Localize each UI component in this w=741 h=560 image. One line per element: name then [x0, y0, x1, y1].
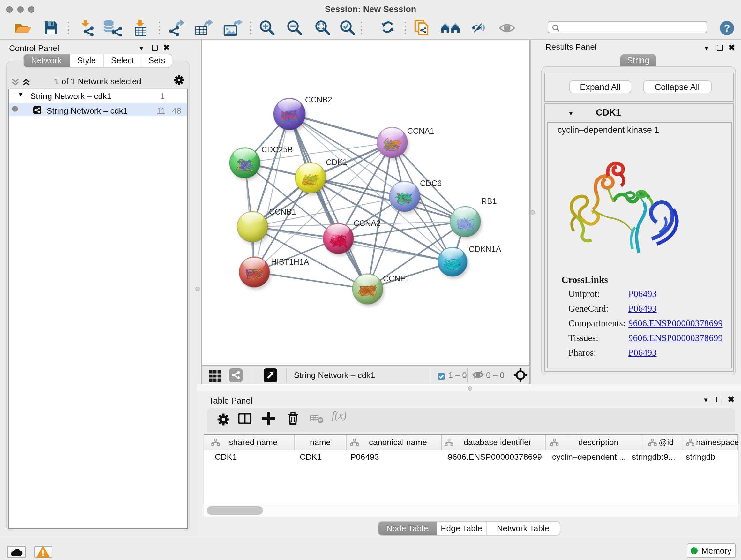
svg-text:CCNA1: CCNA1	[407, 126, 434, 135]
svg-text:?: ?	[724, 22, 730, 34]
svg-text:CDC25B: CDC25B	[261, 145, 293, 154]
svg-text:CCNB1: CCNB1	[269, 207, 296, 216]
svg-text:RB1: RB1	[481, 197, 496, 206]
svg-text:HIST1H1A: HIST1H1A	[271, 257, 309, 266]
svg-text:CDKN1A: CDKN1A	[468, 245, 501, 253]
svg-text:CCNB2: CCNB2	[305, 95, 332, 104]
svg-text:CDK1: CDK1	[326, 158, 347, 167]
svg-text:CCNE1: CCNE1	[383, 274, 410, 283]
svg-text:CDC6: CDC6	[420, 179, 441, 188]
svg-text:CCNA2: CCNA2	[353, 219, 381, 228]
